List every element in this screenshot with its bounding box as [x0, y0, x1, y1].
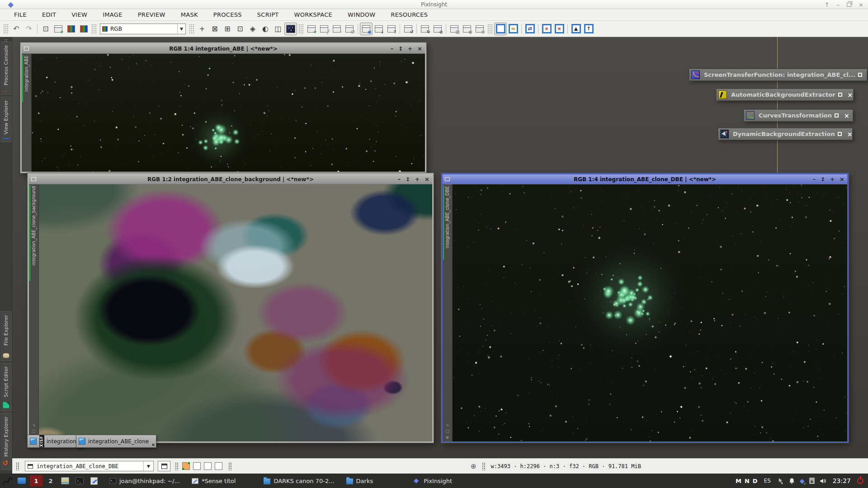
close-window-button[interactable] [425, 176, 429, 182]
fit-button[interactable] [821, 177, 825, 182]
terminal-launcher-icon[interactable]: ›_ [72, 474, 87, 488]
menu-item[interactable]: EDIT [34, 11, 64, 18]
bottom-bar-grip[interactable] [16, 462, 19, 470]
shade-button[interactable] [391, 46, 393, 52]
sidebar-tab-file-explorer[interactable]: File Explorer [0, 311, 12, 361]
menu-item[interactable]: IMAGE [95, 11, 130, 18]
notifications-bell-icon[interactable] [788, 478, 795, 484]
stf-reset-icon[interactable]: × [541, 23, 552, 35]
task-folder-darks[interactable]: Darks [342, 474, 378, 488]
rgb-image-icon[interactable] [65, 23, 77, 35]
display-image-icon[interactable] [285, 23, 297, 35]
power-icon[interactable] [857, 478, 863, 484]
close-process-button[interactable]: × [844, 113, 849, 119]
input-method-icon[interactable] [777, 478, 784, 484]
sidebar-tab-script-editor[interactable]: Script Editor [0, 363, 12, 411]
fit-button[interactable] [406, 177, 410, 182]
task-folder-darks-canon[interactable]: DARKS canon 70-2... [259, 474, 339, 488]
next-state-icon[interactable]: ↻ [419, 23, 431, 35]
iconize-window-icon[interactable]: ↓ [373, 23, 385, 35]
bottom-bar-grip[interactable] [175, 462, 179, 470]
process-window-dynamicbackgroundextraction[interactable]: DynamicBackgroundExtraction × [718, 128, 853, 140]
iconized-tab-integration-abe-clone[interactable]: integration_ABE_clone N [76, 435, 156, 448]
window-list-icon[interactable] [14, 474, 29, 488]
workspace[interactable]: RGB 1:4 integration_ABE | <*new*> integr… [12, 37, 868, 458]
redo-icon[interactable]: ↷ [23, 23, 35, 35]
menu-item[interactable]: RESOURCES [383, 11, 435, 18]
zoom-button[interactable] [408, 46, 412, 52]
view-selector-strip[interactable]: integration_ABE [22, 54, 32, 172]
close-view-icon[interactable]: ◦ [331, 23, 343, 35]
stf-enable-icon[interactable] [495, 23, 506, 35]
navigator-icon[interactable]: ◈ [247, 23, 259, 35]
task-pixinsight[interactable]: PixInsight [409, 474, 457, 488]
image-canvas-integration-abe-clone-dbe[interactable] [453, 184, 847, 441]
image-window-integration-abe-clone-dbe[interactable]: RGB 1:4 integration_ABE_clone_DBE | <*ne… [441, 173, 849, 443]
image-window-integration-abe[interactable]: RGB 1:4 integration_ABE | <*new*> integr… [20, 42, 426, 173]
gestures-icon[interactable] [0, 474, 14, 488]
software-updater-icon[interactable]: ▲ [809, 478, 815, 484]
image-window-integration-abe-clone-background[interactable]: RGB 1:2 integration_ABE_clone_background… [28, 173, 434, 443]
workspace-square[interactable] [193, 462, 201, 470]
close-process-button[interactable]: × [848, 92, 853, 98]
clock[interactable]: 23:27 [833, 477, 851, 484]
task-terminal[interactable]: joan@thinkpad: ~/... [105, 474, 184, 488]
minimize-icon[interactable]: – [837, 2, 840, 8]
keep-above-icon[interactable]: ↑ [825, 2, 830, 8]
menu-item[interactable]: FILE [6, 11, 34, 18]
menu-item[interactable]: WINDOW [340, 11, 383, 18]
image-canvas-integration-abe[interactable] [32, 54, 425, 172]
stf-edit-icon[interactable]: ⇄ [524, 23, 536, 35]
active-window-dropdown[interactable]: integration_ABE_clone_DBE ▼ [25, 461, 154, 471]
restore-process-button[interactable] [838, 132, 842, 136]
restore-process-button[interactable] [838, 93, 842, 97]
selection-mode-icon[interactable]: □ [445, 429, 449, 433]
restore-icon[interactable] [847, 3, 851, 7]
fit-window-icon[interactable]: ⊠ [209, 23, 221, 35]
zoom-button[interactable] [415, 177, 420, 182]
restore-process-button[interactable] [835, 113, 839, 117]
zoom-button[interactable] [830, 177, 835, 182]
sidebar-tab-process-console[interactable]: Process Console [0, 42, 12, 95]
select-display-icon[interactable]: ◫ [272, 23, 284, 35]
new-view-icon[interactable]: + [306, 23, 317, 35]
window-select-button[interactable] [158, 461, 170, 471]
app-titlebar[interactable]: ◆ PixInsight ↑ – × [0, 0, 868, 9]
task-editor[interactable]: *Sense títol [187, 474, 240, 488]
view-selector-strip[interactable]: integration_ABE_clone_DBE ↘ □ ⊕ [443, 184, 453, 441]
extract-channels-icon[interactable] [78, 23, 90, 35]
dropdown-arrow-icon[interactable]: ▼ [143, 461, 153, 471]
image-background-model[interactable] [39, 184, 432, 441]
menu-item[interactable]: SCRIPT [250, 11, 287, 18]
workspace-button[interactable]: 1 [29, 475, 43, 487]
window-titlebar[interactable]: RGB 1:4 integration_ABE | <*new*> [22, 44, 425, 53]
menu-item[interactable]: WORKSPACE [287, 11, 340, 18]
close-process-button[interactable]: × [847, 131, 853, 137]
bottom-bar-grip[interactable] [228, 462, 232, 470]
zoom-1-1-icon[interactable]: ⊡ [234, 23, 246, 35]
text-editor-launcher-icon[interactable] [87, 474, 101, 488]
sidebar-tab-view-explorer[interactable]: View Explorer [0, 97, 12, 142]
workspace-button[interactable]: 2 [44, 475, 57, 487]
close-icon[interactable]: × [859, 2, 863, 8]
show-mask-icon[interactable]: ▨ [448, 23, 460, 35]
delete-view-icon[interactable]: ∅ [344, 23, 355, 35]
window-titlebar[interactable]: RGB 1:4 integration_ABE_clone_DBE | <*ne… [443, 174, 847, 184]
stf-reset-all-icon[interactable]: × [553, 23, 565, 35]
workspace-square[interactable] [204, 462, 212, 470]
screen-window-icon[interactable]: ◉ [360, 23, 372, 35]
invert-lut-icon[interactable]: ◐ [259, 23, 271, 35]
menu-item[interactable]: PREVIEW [130, 11, 173, 18]
process-window-automaticbackgroundextractor[interactable]: AutomaticBackgroundExtractor × [716, 89, 854, 101]
enable-mask-icon[interactable]: ◉ [461, 23, 473, 35]
restore-process-button[interactable] [858, 73, 862, 77]
edit-view-icon[interactable]: ╱ [318, 23, 330, 35]
workspace-square[interactable] [215, 462, 222, 470]
fit-view-icon[interactable]: ⊞ [222, 23, 233, 35]
zoom-mode-icon[interactable]: ↘ [32, 422, 36, 427]
fit-button[interactable] [398, 46, 403, 52]
stf-auto-stretch-icon[interactable]: ∞ [507, 23, 519, 35]
purge-history-icon[interactable]: ⊘ [432, 23, 443, 35]
window-titlebar[interactable]: RGB 1:2 integration_ABE_clone_background… [29, 174, 432, 184]
shade-button[interactable] [813, 177, 816, 182]
